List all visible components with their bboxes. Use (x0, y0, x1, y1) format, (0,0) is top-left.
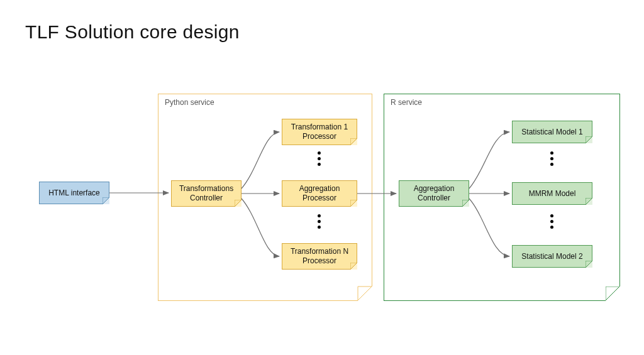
node-aggregation-controller: Aggregation Controller (399, 180, 469, 207)
node-mmrm-model: MMRM Model (512, 182, 592, 205)
node-transformations-controller: Transformations Controller (171, 180, 242, 207)
node-aggregation-processor: Aggregation Processor (282, 180, 357, 207)
group-python-label: Python service (165, 98, 214, 107)
node-label: Aggregation Processor (299, 184, 340, 203)
node-label: Aggregation Controller (414, 184, 455, 203)
diagram-canvas: TLF Solution core design Python service … (0, 0, 644, 355)
node-label: Statistical Model 1 (521, 128, 582, 137)
node-transformation-1-processor: Transformation 1 Processor (282, 119, 357, 145)
node-label: Transformations Controller (179, 184, 233, 203)
node-label: Statistical Model 2 (521, 252, 582, 261)
node-statistical-model-2: Statistical Model 2 (512, 245, 592, 268)
node-label: HTML interface (48, 188, 100, 198)
ellipsis-icon (550, 214, 553, 229)
node-statistical-model-1: Statistical Model 1 (512, 121, 592, 143)
group-r-label: R service (391, 98, 422, 107)
node-label: Transformation N Processor (291, 247, 348, 266)
node-transformation-n-processor: Transformation N Processor (282, 243, 357, 270)
node-html-interface: HTML interface (39, 182, 109, 204)
node-label: Transformation 1 Processor (291, 123, 348, 141)
page-title: TLF Solution core design (25, 21, 240, 43)
ellipsis-icon (318, 214, 321, 229)
ellipsis-icon (550, 151, 553, 166)
ellipsis-icon (318, 151, 321, 166)
node-label: MMRM Model (529, 189, 576, 199)
